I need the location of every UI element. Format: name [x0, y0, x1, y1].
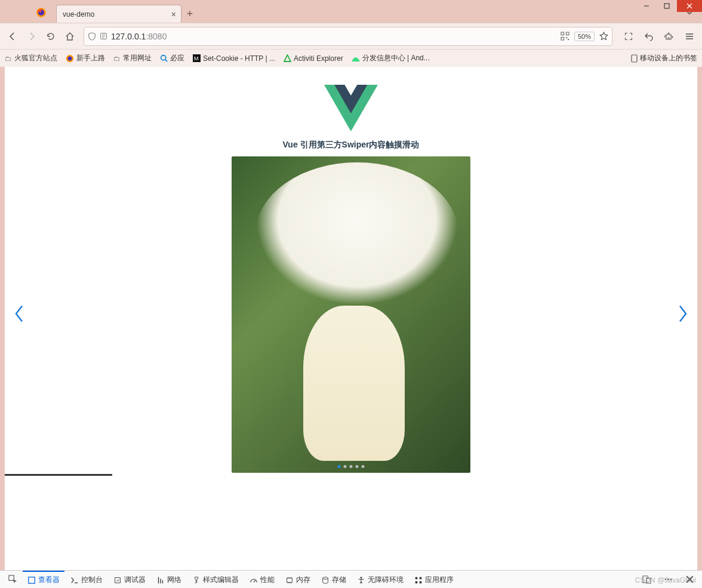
bookmark-item[interactable]: 新手上路	[66, 53, 105, 63]
devtools-tab-memory[interactable]: 内存	[281, 571, 315, 588]
devtools-tab-network[interactable]: 网络	[152, 571, 186, 588]
folder-icon: 🗀	[5, 54, 12, 63]
svg-rect-32	[420, 577, 422, 579]
qr-icon[interactable]	[561, 32, 569, 41]
pagination-dot[interactable]	[362, 465, 365, 468]
inspector-icon	[27, 576, 36, 584]
nav-toolbar: 127.0.0.1:8080 50%	[0, 23, 702, 49]
pagination-dot[interactable]	[338, 465, 341, 468]
swiper-prev-button[interactable]	[13, 305, 26, 325]
swiper-slide-image[interactable]	[232, 156, 470, 473]
devtools-close-button[interactable]	[681, 571, 698, 589]
tab-close-icon[interactable]: ×	[171, 10, 176, 19]
devtools-tab-label: 样式编辑器	[203, 575, 239, 585]
devtools-tab-label: 查看器	[38, 575, 60, 585]
swiper-container[interactable]	[5, 156, 697, 473]
url-port: :8080	[146, 32, 167, 41]
shield-icon	[88, 32, 96, 41]
bookmark-item[interactable]: MSet-Cookie - HTTP | ...	[193, 54, 275, 63]
back-button[interactable]	[4, 27, 21, 45]
devtools-tab-console[interactable]: 控制台	[66, 571, 107, 588]
undo-close-tab-button[interactable]	[640, 27, 658, 45]
devtools-tab-label: 网络	[167, 575, 181, 585]
network-icon	[156, 576, 165, 584]
devtools-tab-storage[interactable]: 存储	[316, 571, 351, 588]
devtools-tab-performance[interactable]: 性能	[245, 571, 279, 588]
bookmark-item[interactable]: 必应	[160, 53, 184, 63]
bookmark-item[interactable]: 🗀常用网址	[113, 53, 152, 63]
svg-rect-36	[646, 578, 651, 583]
zoom-level-badge[interactable]: 50%	[574, 32, 595, 41]
devtools-tab-debugger[interactable]: 调试器	[109, 571, 150, 588]
debugger-icon	[113, 576, 122, 584]
pagination-dot[interactable]	[356, 465, 359, 468]
reload-button[interactable]	[42, 27, 60, 45]
android-icon	[352, 56, 360, 61]
address-bar[interactable]: 127.0.0.1:8080 50%	[84, 27, 612, 46]
tab-strip: vue-demo × +	[0, 0, 702, 23]
mdn-icon: M	[193, 54, 201, 62]
svg-rect-14	[568, 39, 569, 40]
bookmark-label: 常用网址	[123, 53, 152, 63]
svg-rect-31	[415, 577, 418, 579]
svg-rect-28	[287, 578, 292, 582]
svg-line-21	[165, 60, 167, 61]
page-load-segment	[5, 474, 112, 476]
svg-rect-12	[561, 37, 564, 40]
devtools-tab-label: 无障碍环境	[368, 575, 404, 585]
svg-point-30	[361, 577, 362, 578]
bookmark-label: 移动设备上的书签	[640, 53, 697, 63]
window-minimize-button[interactable]	[636, 0, 657, 12]
svg-rect-34	[420, 581, 422, 583]
pagination-dot[interactable]	[350, 465, 353, 468]
page-info-icon[interactable]	[100, 32, 107, 40]
bookmark-star-icon[interactable]	[599, 32, 608, 41]
devtools-tab-accessibility[interactable]: 无障碍环境	[352, 571, 408, 588]
devtools-more-button[interactable]	[659, 571, 677, 589]
pagination-dot[interactable]	[344, 465, 347, 468]
svg-rect-10	[561, 32, 564, 35]
bookmark-label: Activiti Explorer	[294, 54, 343, 63]
svg-point-20	[161, 56, 166, 60]
activiti-icon	[284, 54, 291, 62]
browser-tab[interactable]: vue-demo ×	[56, 5, 181, 23]
new-tab-button[interactable]: +	[181, 5, 198, 22]
extensions-button[interactable]	[660, 27, 678, 45]
window-maximize-button[interactable]	[657, 0, 677, 12]
devtools-tab-style-editor[interactable]: 样式编辑器	[187, 571, 244, 588]
svg-point-29	[323, 577, 328, 579]
storage-icon	[321, 576, 330, 584]
devtools-responsive-button[interactable]	[638, 571, 655, 589]
devtools-toolbar: 查看器 控制台 调试器 网络 样式编辑器 性能 内存 存储 无障碍环境 应用程序…	[0, 570, 702, 588]
devtools-pick-element-button[interactable]	[4, 571, 21, 589]
bing-icon	[160, 54, 168, 62]
devtools-tab-label: 内存	[296, 575, 310, 585]
svg-point-19	[68, 56, 72, 60]
screenshot-button[interactable]	[620, 27, 638, 45]
window-close-button[interactable]	[677, 0, 702, 12]
folder-icon: 🗀	[113, 54, 121, 63]
swiper-next-button[interactable]	[676, 305, 689, 325]
svg-point-39	[670, 578, 671, 580]
mobile-bookmarks[interactable]: 移动设备上的书签	[631, 53, 697, 63]
svg-rect-27	[115, 577, 121, 583]
svg-rect-1	[664, 4, 669, 8]
svg-point-38	[667, 578, 669, 580]
home-button[interactable]	[61, 27, 79, 45]
devtools-tab-inspector[interactable]: 查看器	[23, 571, 64, 588]
app-menu-button[interactable]	[681, 27, 698, 45]
bookmark-label: Set-Cookie - HTTP | ...	[203, 54, 275, 63]
svg-rect-11	[566, 32, 569, 35]
svg-rect-33	[415, 581, 418, 583]
forward-button[interactable]	[23, 27, 41, 45]
bookmark-item[interactable]: Activiti Explorer	[284, 54, 343, 63]
devtools-tab-label: 调试器	[124, 575, 146, 585]
application-icon	[414, 576, 423, 584]
bookmark-item[interactable]: 🗀火狐官方站点	[5, 53, 57, 63]
devtools-tab-application[interactable]: 应用程序	[410, 571, 458, 588]
bookmark-item[interactable]: 分发信息中心 | And...	[352, 53, 430, 63]
bookmark-label: 分发信息中心 | And...	[362, 53, 430, 63]
swiper-pagination[interactable]	[338, 465, 365, 468]
style-icon	[192, 576, 201, 584]
firefox-icon	[36, 7, 47, 18]
